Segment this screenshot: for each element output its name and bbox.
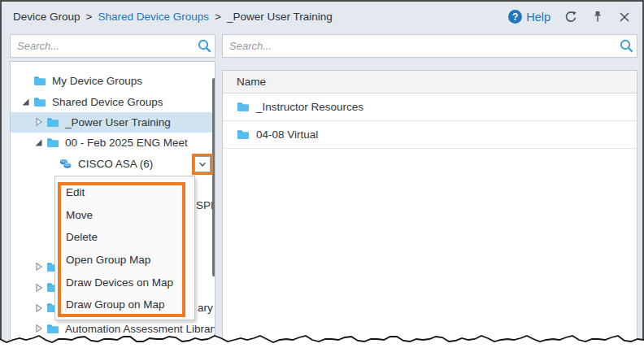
help-icon: ? [508,10,522,24]
help-button[interactable]: ? Help [508,10,550,24]
menu-item-move[interactable]: Move [55,204,194,227]
tree-search-input[interactable] [11,35,194,57]
expander-collapsed-icon[interactable] [34,303,46,313]
tree-search-box [10,34,215,58]
tree-item-label: Automation Assessment Library [65,323,215,335]
tree-item-label: 00 - Feb 2025 ENG Meet [65,137,188,149]
header-tools: ? Help [508,10,631,24]
folder-icon [237,129,250,141]
menu-item-edit[interactable]: Edit [55,181,194,204]
tree-item-label: _Power User Training [65,116,171,128]
breadcrumb-power-user-training: _Power User Training [227,11,333,23]
menu-item-delete[interactable]: Delete [55,226,194,249]
folder-icon [33,76,46,87]
tree-item-automation-assessment-library[interactable]: Automation Assessment Library [11,319,215,339]
grid-row-04-08-virtual[interactable]: 04-08 Virtual [223,121,637,149]
expander-spacer [47,159,59,168]
search-icon[interactable] [616,38,637,54]
expander-collapsed-icon[interactable] [34,262,46,272]
grid-search-box [222,34,637,58]
chevron-down-icon [197,159,208,169]
grid-search-input[interactable] [223,35,616,57]
device-group-window: Device Group > Shared Device Groups > _P… [0,0,644,348]
node-context-menu: Edit Move Delete Open Group Map Draw Dev… [54,176,195,320]
device-group-grid: Name _Instructor Resources 04-08 Virtual [222,70,637,348]
column-header-name[interactable]: Name [223,71,637,94]
tree-item-label: My Device Groups [52,75,142,87]
search-icon[interactable] [194,38,215,54]
expander-collapsed-icon[interactable] [34,324,46,333]
breadcrumb: Device Group > Shared Device Groups > _P… [13,11,333,23]
breadcrumb-separator: > [215,11,221,23]
refresh-icon[interactable] [564,10,577,24]
expander-expanded-icon[interactable] [34,138,46,148]
grid-row-instructor-resources[interactable]: _Instructor Resources [223,94,637,121]
expander-collapsed-icon[interactable] [34,283,46,293]
folder-icon [237,102,250,113]
folder-icon [33,96,46,107]
breadcrumb-separator: > [86,11,93,23]
breadcrumb-device-group: Device Group [13,11,80,23]
folder-icon [46,323,59,334]
menu-item-draw-group-on-map[interactable]: Draw Group on Map [55,294,194,316]
tree-item-partial-label: ary [198,302,213,314]
grid-row-label: 04-08 Virtual [256,128,318,141]
breadcrumb-shared-device-groups[interactable]: Shared Device Groups [98,11,209,23]
tree-item-feb-2025-eng-meet[interactable]: 00 - Feb 2025 ENG Meet [11,133,215,153]
tree-item-my-device-groups[interactable]: My Device Groups [11,71,215,91]
help-label: Help [526,11,550,24]
expander-spacer [21,76,33,86]
tree-item-power-user-training[interactable]: _Power User Training [11,112,215,133]
expander-collapsed-icon[interactable] [34,117,46,127]
folder-icon [46,137,59,149]
header-bar: Device Group > Shared Device Groups > _P… [3,3,641,30]
node-dropdown-button[interactable] [194,156,211,172]
tree-scrollbar-thumb[interactable] [212,78,215,276]
folder-icon [46,116,59,128]
close-icon[interactable] [617,10,631,24]
expander-expanded-icon[interactable] [21,97,33,107]
screenshot-stage: Device Group > Shared Device Groups > _P… [0,0,644,348]
tree-item-cisco-asa[interactable]: CISCO ASA (6) [11,154,215,174]
tree-item-label: Shared Device Groups [52,96,163,108]
pin-icon[interactable] [590,10,604,24]
annotation-highlight-box [192,154,213,175]
tree-item-shared-device-groups[interactable]: Shared Device Groups [11,91,215,111]
menu-item-open-group-map[interactable]: Open Group Map [55,249,194,272]
device-group-icon [59,158,72,169]
grid-row-label: _Instructor Resources [256,101,363,113]
menu-item-draw-devices-on-map[interactable]: Draw Devices on Map [55,271,194,294]
tree-item-label: CISCO ASA (6) [78,158,153,170]
